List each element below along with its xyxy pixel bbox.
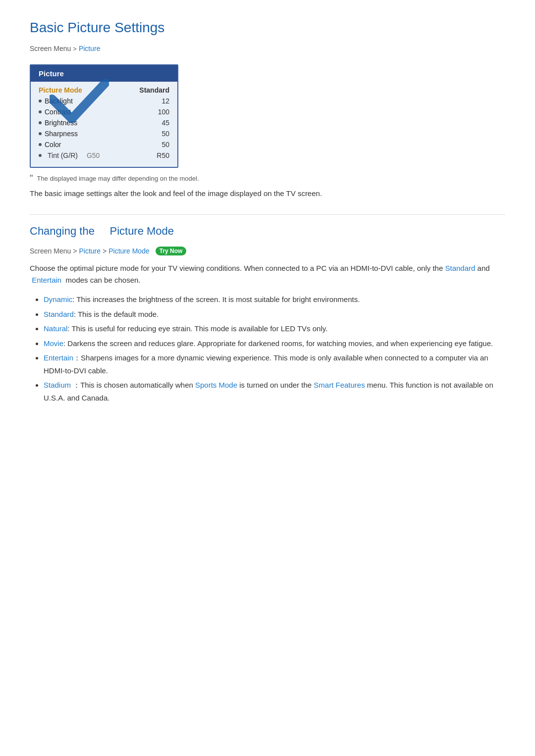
- disclaimer: " The displayed image may differ dependi…: [30, 175, 505, 183]
- bullet-icon: [39, 154, 42, 157]
- picture-mode-row: Picture Mode Standard: [31, 85, 177, 96]
- menu-item-backlight: Backlight 12: [31, 96, 177, 106]
- stadium-text-middle: is turned on under the: [239, 381, 312, 389]
- description-text: The basic image settings alter the look …: [30, 188, 505, 200]
- movie-text: : Darkens the screen and reduces glare. …: [63, 339, 493, 348]
- quote-icon: ": [30, 174, 33, 183]
- item-value: 12: [161, 97, 169, 105]
- list-item-natural: Natural: This is useful for reducing eye…: [44, 322, 505, 335]
- section2-title-part2: Picture Mode: [109, 225, 174, 237]
- item-value: 50: [161, 141, 169, 149]
- menu-item-brightness: Brightness 45: [31, 117, 177, 128]
- natural-text: : This is useful for reducing eye strain…: [67, 324, 327, 333]
- menu-item-color: Color 50: [31, 139, 177, 150]
- item-label: Sharpness: [45, 130, 78, 138]
- disclaimer-text: The displayed image may differ depending…: [37, 175, 199, 182]
- breadcrumb2-sep2: >: [103, 247, 107, 255]
- picture-mode-list: Dynamic: This increases the brightness o…: [30, 293, 505, 404]
- smart-features-link[interactable]: Smart Features: [314, 381, 365, 389]
- intro-entertain-link[interactable]: Entertain: [30, 276, 61, 284]
- dynamic-link[interactable]: Dynamic: [44, 295, 72, 303]
- dynamic-text: : This increases the brightness of the s…: [72, 295, 360, 303]
- section2-title: Changing the Picture Mode: [30, 225, 505, 241]
- breadcrumb2-link-picture[interactable]: Picture: [79, 247, 101, 255]
- breadcrumb-1: Screen Menu > Picture: [30, 45, 505, 52]
- item-value: 50: [161, 130, 169, 138]
- bullet-icon: [39, 100, 42, 102]
- sports-mode-link[interactable]: Sports Mode: [195, 381, 237, 389]
- bullet-icon: [39, 132, 42, 135]
- item-label: Color: [45, 141, 61, 149]
- breadcrumb2-link-picturemode[interactable]: Picture Mode: [108, 247, 149, 255]
- item-label: Contrast: [45, 108, 71, 116]
- section2-title-part1: Changing the: [30, 225, 95, 237]
- section-divider: [30, 214, 505, 215]
- breadcrumb-link-picture[interactable]: Picture: [79, 45, 101, 52]
- breadcrumb-separator: >: [73, 45, 77, 52]
- stadium-link[interactable]: Stadium: [44, 381, 71, 389]
- standard-text: : This is the default mode.: [74, 310, 159, 318]
- picture-menu: Picture Picture Mode Standard Backlight …: [30, 64, 178, 168]
- tint-label-text: Tint (G/R): [48, 151, 78, 159]
- picture-menu-wrapper: Picture Picture Mode Standard Backlight …: [30, 64, 178, 175]
- menu-item-sharpness: Sharpness 50: [31, 128, 177, 139]
- bullet-icon: [39, 110, 42, 113]
- item-value: 100: [158, 108, 169, 116]
- list-item-dynamic: Dynamic: This increases the brightness o…: [44, 293, 505, 306]
- picture-menu-header: Picture: [31, 65, 177, 82]
- item-value: 45: [161, 119, 169, 127]
- intro-standard-link[interactable]: Standard: [445, 264, 475, 272]
- entertain-text: ：Sharpens images for a more dynamic view…: [44, 353, 488, 375]
- list-item-standard: Standard: This is the default mode.: [44, 308, 505, 321]
- intro-text: Choose the optimal picture mode for your…: [30, 262, 505, 286]
- picture-mode-value: Standard: [139, 86, 169, 94]
- menu-item-tint: Tint (G/R) G50 R50: [31, 150, 177, 161]
- standard-link[interactable]: Standard: [44, 310, 74, 318]
- bullet-icon: [39, 143, 42, 146]
- stadium-text-before: ：This is chosen automatically when: [73, 381, 193, 389]
- menu-item-contrast: Contrast 100: [31, 106, 177, 117]
- tint-right: R50: [157, 151, 169, 159]
- list-item-entertain: Entertain：Sharpens images for a more dyn…: [44, 352, 505, 377]
- list-item-movie: Movie: Darkens the screen and reduces gl…: [44, 337, 505, 350]
- movie-link[interactable]: Movie: [44, 339, 63, 348]
- item-label: Brightness: [45, 119, 77, 127]
- breadcrumb-2: Screen Menu > Picture > Picture Mode Try…: [30, 247, 505, 255]
- breadcrumb-root: Screen Menu: [30, 45, 71, 52]
- breadcrumb2-root: Screen Menu: [30, 247, 71, 255]
- natural-link[interactable]: Natural: [44, 324, 67, 333]
- picture-mode-label: Picture Mode: [39, 86, 82, 94]
- page-title: Basic Picture Settings: [30, 20, 505, 36]
- tint-left: G50: [87, 151, 100, 159]
- bullet-icon: [39, 121, 42, 124]
- entertain-link[interactable]: Entertain: [44, 353, 73, 362]
- list-item-stadium: Stadium ：This is chosen automatically wh…: [44, 379, 505, 404]
- item-label: Backlight: [45, 97, 73, 105]
- try-now-badge[interactable]: Try Now: [156, 247, 187, 255]
- breadcrumb2-sep1: >: [73, 247, 77, 255]
